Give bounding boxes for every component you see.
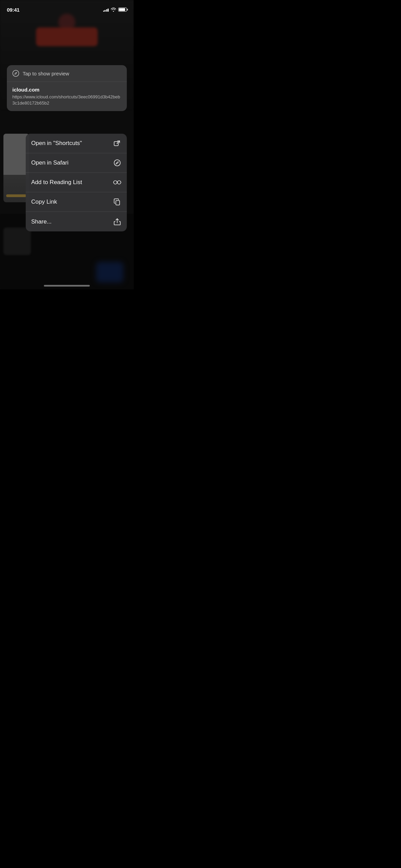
svg-rect-1 (114, 142, 118, 146)
url-label: https://www.icloud.com/shortcuts/3eec069… (12, 94, 121, 106)
context-menu: Open in "Shortcuts" Open in Safari Add t… (26, 134, 127, 231)
compass-icon (12, 70, 19, 77)
add-reading-list-label: Add to Reading List (31, 179, 82, 186)
safari-icon (113, 159, 121, 167)
svg-rect-5 (116, 201, 120, 205)
open-safari-item[interactable]: Open in Safari (26, 153, 127, 173)
svg-point-2 (114, 160, 120, 166)
copy-link-label: Copy Link (31, 198, 57, 205)
home-indicator (44, 285, 90, 287)
open-safari-label: Open in Safari (31, 159, 69, 166)
status-bar: 09:41 (0, 0, 134, 15)
open-shortcuts-item[interactable]: Open in "Shortcuts" (26, 134, 127, 153)
copy-icon (113, 198, 121, 206)
open-shortcuts-label: Open in "Shortcuts" (31, 140, 82, 147)
glasses-icon (113, 178, 121, 186)
svg-point-4 (117, 181, 121, 184)
signal-icon (103, 8, 109, 12)
external-link-icon (113, 139, 121, 147)
bg-thumbnail (3, 134, 29, 202)
tap-preview-label: Tap to show preview (23, 71, 69, 76)
share-icon (113, 218, 121, 226)
domain-label: icloud.com (12, 87, 121, 93)
tap-to-preview-row[interactable]: Tap to show preview (7, 65, 127, 82)
copy-link-item[interactable]: Copy Link (26, 192, 127, 212)
status-time: 09:41 (7, 7, 20, 13)
svg-point-0 (13, 70, 19, 76)
preview-card[interactable]: Tap to show preview icloud.com https://w… (7, 65, 127, 111)
svg-point-3 (113, 181, 117, 184)
url-section: icloud.com https://www.icloud.com/shortc… (7, 82, 127, 111)
add-reading-list-item[interactable]: Add to Reading List (26, 173, 127, 192)
share-item[interactable]: Share... (26, 212, 127, 231)
battery-icon (118, 8, 127, 12)
wifi-icon (111, 8, 116, 12)
status-icons (103, 8, 127, 12)
share-label: Share... (31, 218, 52, 225)
